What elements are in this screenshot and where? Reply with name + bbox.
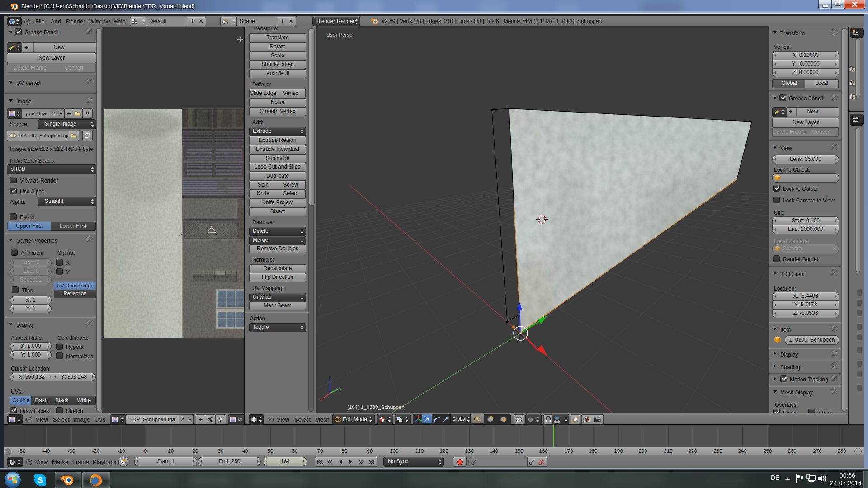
svg-text:x: x [320, 397, 322, 402]
svg-text:y: y [339, 386, 341, 391]
svg-text:z: z [329, 376, 331, 381]
svg-text:S: S [38, 475, 43, 485]
svg-text:User Persp: User Persp [326, 32, 353, 38]
svg-text:(164) 1_0300_Schuppen: (164) 1_0300_Schuppen [347, 404, 405, 410]
